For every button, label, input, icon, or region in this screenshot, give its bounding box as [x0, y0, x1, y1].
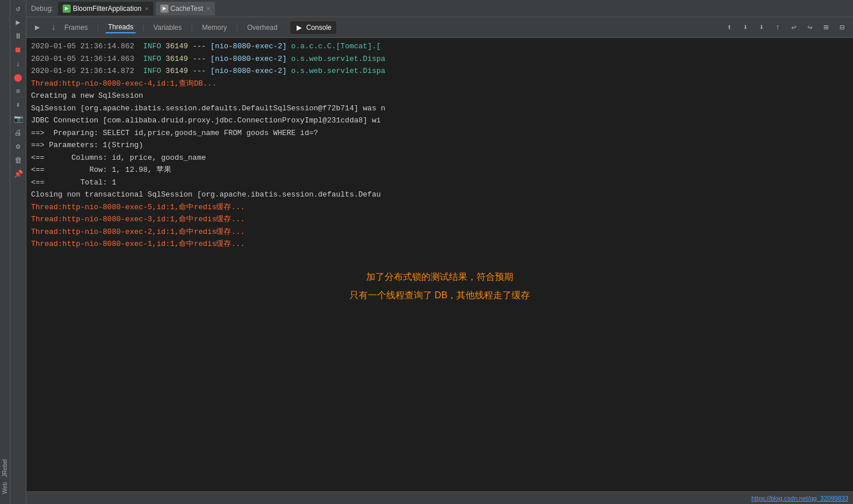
cache-tab-label: CacheTest: [171, 5, 203, 13]
log-line: 2020-01-05 21:36:14.862 INFO 36149 --- […: [26, 40, 853, 53]
main-content: Debug: ▶ BloomFilterApplication × ▶ Cach…: [26, 0, 853, 504]
web-label: Web: [2, 482, 8, 494]
plain-line: Closing non transactional SqlSession [or…: [26, 188, 853, 201]
log-thread: [nio-8080-exec-2]: [210, 66, 287, 77]
log-class: o.s.web.servlet.Dispa: [291, 53, 386, 65]
cache-tab-close[interactable]: ×: [206, 5, 210, 12]
toolbar-grid-btn[interactable]: ⊞: [819, 20, 833, 35]
console-output[interactable]: 2020-01-05 21:36:14.862 INFO 36149 --- […: [26, 38, 853, 491]
plain-line: ==> Parameters: 1(String): [26, 139, 853, 152]
plain-line: SqlSession [org.apache.ibatis.session.de…: [26, 102, 853, 115]
tab-cache[interactable]: ▶ CacheTest ×: [156, 2, 215, 16]
nav-variables[interactable]: Variables: [151, 22, 184, 33]
resume-icon[interactable]: ▶: [12, 16, 25, 29]
plain-line: <== Total: 1: [26, 176, 853, 189]
pause-icon[interactable]: ⏸: [12, 30, 25, 43]
bloom-tab-icon: ▶: [63, 5, 71, 13]
nav-overhead[interactable]: Overhead: [245, 22, 280, 33]
log-line: 2020-01-05 21:36:14.872 INFO 36149 --- […: [26, 65, 853, 78]
debug-bar: Debug: ▶ BloomFilterApplication × ▶ Cach…: [26, 0, 853, 17]
plain-line: <== Columns: id, price, goods_name: [26, 152, 853, 164]
log-pid: 36149: [166, 53, 188, 65]
restart-icon[interactable]: ↺: [12, 2, 25, 15]
log-class: o.s.web.servlet.Dispa: [291, 66, 386, 77]
toolbar-step-btn[interactable]: ↓: [46, 20, 61, 35]
comment-line2: 只有一个线程查询了 DB，其他线程走了缓存: [32, 286, 847, 305]
tab-bloom[interactable]: ▶ BloomFilterApplication ×: [58, 2, 153, 16]
edge-labels: JRebel Web: [0, 0, 10, 504]
plain-line: JDBC Connection [com.alibaba.druid.proxy…: [26, 114, 853, 127]
camera-icon[interactable]: 📷: [12, 113, 25, 125]
log-line: 2020-01-05 21:36:14.863 INFO 36149 --- […: [26, 53, 853, 66]
settings-icon[interactable]: ⚙: [12, 140, 25, 153]
stop-icon[interactable]: ⏹: [12, 44, 25, 56]
bloom-tab-label: BloomFilterApplication: [73, 5, 141, 13]
thread-line: Thread:http-nio-8080-exec-5,id:1,命中redis…: [26, 201, 853, 214]
jrebel-label: JRebel: [2, 459, 8, 477]
comment-block: 加了分布式锁的测试结果，符合预期 只有一个线程查询了 DB，其他线程走了缓存: [26, 262, 853, 310]
toolbar-download-btn[interactable]: ⬇: [738, 20, 753, 35]
mute-icon[interactable]: ≡: [12, 85, 25, 98]
toolbar-redo-btn[interactable]: ↪: [802, 20, 817, 35]
toolbar: ▶ ↓ Frames | Threads | Variables | Memor…: [26, 17, 853, 38]
delete-icon[interactable]: 🗑: [12, 154, 25, 167]
toolbar-upload-btn[interactable]: ⬆: [722, 20, 737, 35]
console-button[interactable]: ▶ Console: [290, 21, 336, 34]
plain-line: Creating a new SqlSession: [26, 90, 853, 102]
log-thread: [nio-8080-exec-2]: [210, 41, 287, 52]
thread-line: Thread:http-nio-8080-exec-2,id:1,命中redis…: [26, 226, 853, 238]
toolbar-download2-btn[interactable]: ⬇: [754, 20, 769, 35]
log-timestamp: 2020-01-05 21:36:14.872: [31, 66, 134, 77]
thread-line: Thread:http-nio-8080-exec-4,id:1,查询DB...: [26, 78, 853, 90]
console-icon: ▶: [295, 23, 304, 32]
toolbar-nav: Frames | Threads | Variables | Memory | …: [62, 22, 280, 33]
breakpoint-icon[interactable]: ⬤: [12, 71, 25, 84]
log-timestamp: 2020-01-05 21:36:14.862: [31, 41, 134, 52]
debug-label: Debug:: [31, 5, 53, 13]
log-class: o.a.c.c.C.[Tomcat].[: [291, 41, 381, 52]
print-icon[interactable]: 🖨: [12, 126, 25, 139]
log-thread: [nio-8080-exec-2]: [210, 53, 287, 65]
toolbar-undo-btn[interactable]: ↩: [786, 20, 801, 35]
bloom-tab-close[interactable]: ×: [145, 5, 148, 12]
bottom-link[interactable]: https://blog.csdn.net/qq_32099833: [751, 495, 848, 502]
nav-threads[interactable]: Threads: [106, 22, 136, 33]
thread-line: Thread:http-nio-8080-exec-1,id:1,命中redis…: [26, 238, 853, 251]
export-icon[interactable]: ⬇: [12, 99, 25, 111]
log-level: INFO: [143, 66, 161, 77]
comment-line1: 加了分布式锁的测试结果，符合预期: [32, 268, 847, 286]
pin-icon[interactable]: 📌: [12, 168, 25, 180]
log-pid: 36149: [166, 41, 188, 52]
bottom-bar: https://blog.csdn.net/qq_32099833: [26, 491, 853, 504]
nav-memory[interactable]: Memory: [199, 22, 229, 33]
thread-line: Thread:http-nio-8080-exec-3,id:1,命中redis…: [26, 213, 853, 226]
console-label: Console: [306, 24, 332, 32]
log-level: INFO: [143, 53, 161, 65]
toolbar-resume-btn[interactable]: ▶: [30, 20, 45, 35]
log-timestamp: 2020-01-05 21:36:14.863: [31, 53, 134, 65]
toolbar-layout-btn[interactable]: ⊟: [835, 20, 850, 35]
left-sidebar: ↺ ▶ ⏸ ⏹ ↓ ⬤ ≡ ⬇ 📷 🖨 ⚙ 🗑 📌: [10, 0, 26, 504]
plain-line: ==> Preparing: SELECT id,price,goods_nam…: [26, 127, 853, 140]
cache-tab-icon: ▶: [160, 5, 168, 13]
toolbar-up-btn[interactable]: ↑: [770, 20, 785, 35]
log-pid: 36149: [166, 66, 188, 77]
plain-line: <== Row: 1, 12.98, 苹果: [26, 164, 853, 176]
nav-frames[interactable]: Frames: [62, 22, 90, 33]
step-over-icon[interactable]: ↓: [12, 57, 25, 70]
log-level: INFO: [143, 41, 161, 52]
